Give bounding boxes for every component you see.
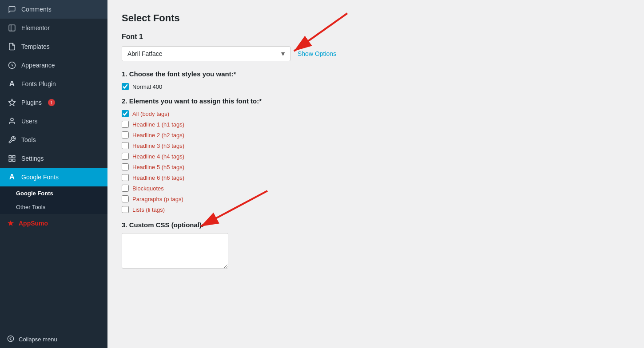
font-select-row: Abril Fatface Arial Roboto Open Sans ▼ S… <box>122 46 630 61</box>
settings-icon <box>7 154 17 163</box>
sidebar-item-google-fonts-label: Google Fonts <box>21 174 59 181</box>
h2-checkbox[interactable] <box>122 131 129 138</box>
collapse-icon <box>7 335 14 344</box>
submenu-item-google-fonts[interactable]: Google Fonts <box>0 186 107 200</box>
h5-label[interactable]: Headline 5 (h5 tags) <box>132 164 184 170</box>
users-icon <box>7 116 17 126</box>
fonts-plugin-icon: A <box>7 79 17 89</box>
submenu-other-tools-label: Other Tools <box>16 204 45 210</box>
sidebar-item-fonts-plugin-label: Fonts Plugin <box>21 80 56 87</box>
custom-css-textarea[interactable] <box>122 233 228 269</box>
blockquotes-checkbox[interactable] <box>122 185 129 192</box>
blockquotes-label[interactable]: Blockquotes <box>132 185 164 192</box>
lists-label[interactable]: Lists (li tags) <box>132 206 165 213</box>
element-blockquotes: Blockquotes <box>122 185 630 192</box>
sidebar-item-comments-label: Comments <box>21 6 52 13</box>
sidebar-collapse[interactable]: Collapse menu <box>0 331 107 348</box>
tools-icon <box>7 135 17 145</box>
svg-rect-7 <box>9 159 11 162</box>
sidebar-item-appearance[interactable]: Appearance <box>0 56 107 75</box>
font1-label: Font 1 <box>122 33 630 41</box>
svg-point-3 <box>11 118 13 121</box>
lists-checkbox[interactable] <box>122 206 129 213</box>
h6-label[interactable]: Headline 6 (h6 tags) <box>132 174 184 181</box>
sidebar-item-plugins[interactable]: Plugins 1 <box>0 93 107 112</box>
h2-label[interactable]: Headline 2 (h2 tags) <box>132 132 184 138</box>
font-select[interactable]: Abril Fatface Arial Roboto Open Sans <box>122 46 290 61</box>
element-all-body: All (body tags) <box>122 110 630 117</box>
main-content: Select Fonts Font 1 Abril Fatface Arial … <box>107 0 644 348</box>
sidebar-item-settings-label: Settings <box>21 155 44 162</box>
h1-checkbox[interactable] <box>122 121 129 128</box>
svg-point-8 <box>8 336 13 341</box>
svg-rect-6 <box>13 159 15 162</box>
sidebar-item-elementor[interactable]: Elementor <box>0 19 107 37</box>
elementor-icon <box>7 23 17 33</box>
appearance-icon <box>7 60 17 70</box>
svg-rect-5 <box>13 155 15 158</box>
appsumo-label: AppSumo <box>19 220 48 227</box>
sidebar-submenu: Google Fonts Other Tools <box>0 186 107 214</box>
sidebar-item-templates[interactable]: Templates <box>0 37 107 56</box>
sidebar-item-tools-label: Tools <box>21 136 36 143</box>
plugins-badge: 1 <box>48 99 55 106</box>
paragraphs-label[interactable]: Paragraphs (p tags) <box>132 196 183 202</box>
svg-rect-4 <box>9 155 11 158</box>
element-paragraphs: Paragraphs (p tags) <box>122 195 630 202</box>
sidebar: Comments Elementor Templates Appearance … <box>0 0 107 348</box>
sidebar-item-appsumo[interactable]: ★ AppSumo <box>0 214 107 233</box>
sidebar-item-fonts-plugin[interactable]: A Fonts Plugin <box>0 75 107 93</box>
h3-checkbox[interactable] <box>122 142 129 149</box>
sidebar-item-settings[interactable]: Settings <box>0 149 107 168</box>
paragraphs-checkbox[interactable] <box>122 195 129 202</box>
element-h5: Headline 5 (h5 tags) <box>122 163 630 170</box>
sidebar-item-users[interactable]: Users <box>0 112 107 130</box>
sidebar-item-templates-label: Templates <box>21 43 50 50</box>
normal400-label[interactable]: Normal 400 <box>132 83 162 90</box>
sidebar-item-users-label: Users <box>21 118 38 125</box>
font-style-normal400: Normal 400 <box>122 83 630 90</box>
show-options-link[interactable]: Show Options <box>298 50 336 57</box>
sidebar-item-plugins-label: Plugins <box>21 99 42 106</box>
element-h2: Headline 2 (h2 tags) <box>122 131 630 138</box>
element-h4: Headline 4 (h4 tags) <box>122 153 630 160</box>
svg-rect-0 <box>9 25 15 31</box>
sidebar-item-elementor-label: Elementor <box>21 24 50 32</box>
step3-title: 3. Custom CSS (optional): <box>122 221 630 229</box>
sidebar-item-comments[interactable]: Comments <box>0 0 107 19</box>
step1-title: 1. Choose the font styles you want:* <box>122 70 630 78</box>
google-fonts-icon: A <box>7 172 17 182</box>
page-title: Select Fonts <box>122 12 630 24</box>
step2-title: 2. Elements you want to assign this font… <box>122 97 630 105</box>
plugins-icon <box>7 98 17 107</box>
submenu-item-other-tools[interactable]: Other Tools <box>0 200 107 214</box>
sidebar-item-tools[interactable]: Tools <box>0 130 107 149</box>
sidebar-item-appearance-label: Appearance <box>21 62 55 69</box>
all-body-checkbox[interactable] <box>122 110 129 117</box>
font-select-wrapper: Abril Fatface Arial Roboto Open Sans ▼ <box>122 46 290 61</box>
normal400-checkbox[interactable] <box>122 83 129 90</box>
sidebar-item-google-fonts[interactable]: A Google Fonts <box>0 168 107 186</box>
h6-checkbox[interactable] <box>122 174 129 181</box>
element-h6: Headline 6 (h6 tags) <box>122 174 630 181</box>
h1-label[interactable]: Headline 1 (h1 tags) <box>132 121 184 128</box>
collapse-label: Collapse menu <box>19 336 57 343</box>
submenu-google-fonts-label: Google Fonts <box>16 190 53 197</box>
comments-icon <box>7 4 17 14</box>
templates-icon <box>7 42 17 51</box>
appsumo-star-icon: ★ <box>7 218 14 228</box>
h4-checkbox[interactable] <box>122 153 129 160</box>
h5-checkbox[interactable] <box>122 163 129 170</box>
h3-label[interactable]: Headline 3 (h3 tags) <box>132 142 184 149</box>
element-lists: Lists (li tags) <box>122 206 630 213</box>
element-h3: Headline 3 (h3 tags) <box>122 142 630 149</box>
element-h1: Headline 1 (h1 tags) <box>122 121 630 128</box>
h4-label[interactable]: Headline 4 (h4 tags) <box>132 153 184 160</box>
all-body-label[interactable]: All (body tags) <box>132 111 169 117</box>
